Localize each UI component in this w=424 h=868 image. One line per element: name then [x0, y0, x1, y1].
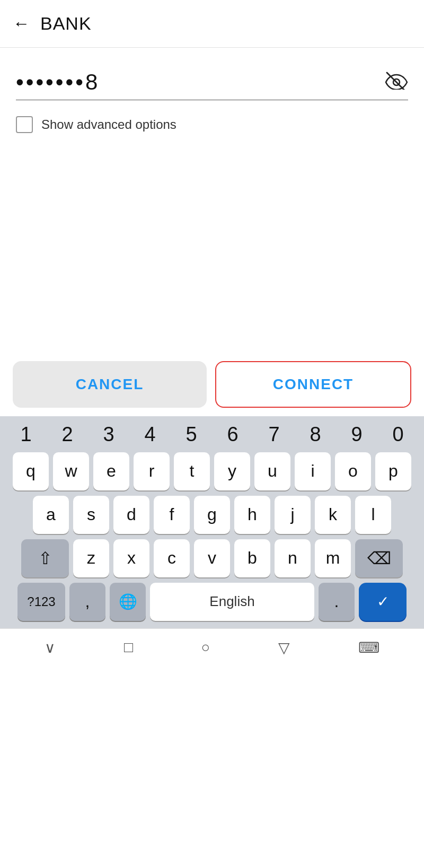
nav-back-icon[interactable]: ∨: [45, 639, 56, 656]
key-a[interactable]: a: [33, 496, 69, 534]
content-spacer: [16, 133, 408, 345]
key-k[interactable]: k: [315, 496, 351, 534]
nav-triangle-icon[interactable]: ▽: [278, 639, 290, 656]
password-field-container: •••••••8: [16, 69, 408, 100]
key-i[interactable]: i: [295, 452, 331, 490]
key-n[interactable]: n: [275, 539, 311, 577]
key-4[interactable]: 4: [131, 423, 169, 447]
content-area: •••••••8 Show advanced options: [0, 48, 424, 356]
key-6[interactable]: 6: [214, 423, 252, 447]
key-w[interactable]: w: [53, 452, 89, 490]
key-p[interactable]: p: [375, 452, 411, 490]
key-7[interactable]: 7: [255, 423, 293, 447]
key-3[interactable]: 3: [90, 423, 128, 447]
bottom-row: ?123 , 🌐 English . ✓: [3, 583, 421, 621]
key-row-2: a s d f g h j k l: [3, 496, 421, 534]
key-row-3: ⇧ z x c v b n m ⌫: [3, 539, 421, 577]
backspace-key[interactable]: ⌫: [355, 539, 403, 577]
key-j[interactable]: j: [275, 496, 311, 534]
key-d[interactable]: d: [113, 496, 149, 534]
globe-key[interactable]: 🌐: [110, 583, 146, 621]
key-h[interactable]: h: [234, 496, 270, 534]
key-f[interactable]: f: [154, 496, 190, 534]
key-e[interactable]: e: [93, 452, 129, 490]
advanced-options-label: Show advanced options: [41, 117, 176, 132]
password-field[interactable]: •••••••8: [16, 69, 385, 95]
key-t[interactable]: t: [174, 452, 210, 490]
key-c[interactable]: c: [154, 539, 190, 577]
number-row: 1 2 3 4 5 6 7 8 9 0: [3, 423, 421, 447]
period-key[interactable]: .: [319, 583, 355, 621]
key-0[interactable]: 0: [379, 423, 417, 447]
key-z[interactable]: z: [73, 539, 109, 577]
space-key[interactable]: English: [150, 583, 314, 621]
key-g[interactable]: g: [194, 496, 230, 534]
advanced-options-row: Show advanced options: [16, 116, 408, 133]
cancel-button[interactable]: CANCEL: [13, 361, 207, 408]
key-x[interactable]: x: [113, 539, 149, 577]
key-q[interactable]: q: [13, 452, 49, 490]
shift-key[interactable]: ⇧: [21, 539, 69, 577]
keyboard: 1 2 3 4 5 6 7 8 9 0 q w e r t y u i o p …: [0, 416, 424, 628]
key-b[interactable]: b: [234, 539, 270, 577]
nav-keyboard-icon[interactable]: ⌨: [358, 639, 379, 656]
nav-home-square-icon[interactable]: □: [124, 639, 133, 656]
key-row-1: q w e r t y u i o p: [3, 452, 421, 490]
key-v[interactable]: v: [194, 539, 230, 577]
connect-button[interactable]: CONNECT: [215, 361, 411, 408]
key-s[interactable]: s: [73, 496, 109, 534]
key-9[interactable]: 9: [338, 423, 376, 447]
advanced-options-checkbox[interactable]: [16, 116, 33, 133]
enter-key[interactable]: ✓: [359, 583, 407, 621]
key-2[interactable]: 2: [48, 423, 86, 447]
nav-bar: ∨ □ ○ ▽ ⌨: [0, 628, 424, 667]
page-title: BANK: [40, 13, 92, 34]
key-o[interactable]: o: [335, 452, 371, 490]
key-8[interactable]: 8: [296, 423, 334, 447]
key-5[interactable]: 5: [172, 423, 210, 447]
comma-key[interactable]: ,: [69, 583, 105, 621]
key-l[interactable]: l: [355, 496, 391, 534]
key-r[interactable]: r: [134, 452, 170, 490]
sym-key[interactable]: ?123: [17, 583, 65, 621]
toggle-visibility-icon[interactable]: [385, 71, 408, 94]
nav-circle-icon[interactable]: ○: [201, 639, 210, 656]
key-m[interactable]: m: [315, 539, 351, 577]
action-buttons: CANCEL CONNECT: [0, 356, 424, 416]
key-y[interactable]: y: [214, 452, 250, 490]
back-button[interactable]: ←: [13, 14, 30, 33]
key-1[interactable]: 1: [7, 423, 45, 447]
key-u[interactable]: u: [254, 452, 290, 490]
header: ← BANK: [0, 0, 424, 48]
